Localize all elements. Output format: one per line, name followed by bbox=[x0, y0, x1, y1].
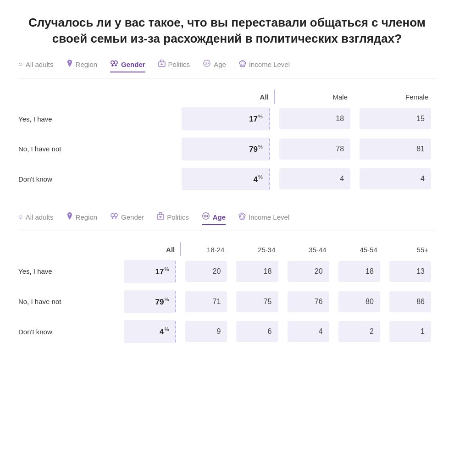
gender-row1-female: 15 bbox=[355, 104, 436, 134]
svg-point-0 bbox=[111, 61, 114, 64]
gender-icon-2 bbox=[110, 212, 118, 221]
svg-point-1 bbox=[114, 61, 117, 64]
age-col-label-header bbox=[18, 242, 119, 256]
gender-section: ○ All adults Region Gender Politics 18+ bbox=[18, 60, 436, 194]
age-section: ○ All adults Region Gender Politics 18+ bbox=[18, 212, 436, 347]
gender-col-female-header: Female bbox=[355, 89, 436, 104]
age-row2-35-44: 76 bbox=[283, 287, 334, 317]
gender-row3-all: 4% bbox=[177, 164, 274, 194]
age-row1-18-24: 20 bbox=[181, 256, 232, 287]
age-row3-all: 4% bbox=[119, 316, 181, 347]
gender-row1-male: 18 bbox=[275, 104, 355, 134]
divider-1 bbox=[18, 78, 436, 78]
svg-marker-17 bbox=[240, 214, 244, 218]
gender-row2-female: 81 bbox=[355, 134, 436, 164]
age-tab-bar: ○ All adults Region Gender Politics 18+ bbox=[18, 212, 436, 225]
tab-all-adults-1[interactable]: ○ All adults bbox=[18, 60, 54, 72]
age-row3-label: Don't know bbox=[18, 316, 119, 347]
tab-age-label-2: Age bbox=[213, 213, 226, 221]
svg-point-9 bbox=[111, 214, 114, 217]
age-icon-2: 18+ bbox=[202, 212, 210, 221]
svg-marker-8 bbox=[241, 61, 244, 66]
table-row: Yes, I have 17% 18 15 bbox=[18, 104, 436, 134]
table-row: Yes, I have 17% 20 18 20 18 13 bbox=[18, 256, 436, 287]
tab-politics-2[interactable]: Politics bbox=[157, 212, 189, 225]
svg-text:18+: 18+ bbox=[205, 62, 210, 65]
tab-politics-label-2: Politics bbox=[167, 213, 189, 221]
gender-row2-label: No, I have not bbox=[18, 134, 177, 164]
divider-2 bbox=[18, 231, 436, 231]
tab-all-adults-2[interactable]: ○ All adults bbox=[18, 213, 54, 225]
age-row1-45-54: 18 bbox=[334, 256, 385, 287]
age-row2-all: 79% bbox=[119, 287, 181, 317]
tab-age-2[interactable]: 18+ Age bbox=[202, 212, 226, 225]
age-col-35-44-header: 35-44 bbox=[283, 242, 334, 256]
gender-col-male-header: Male bbox=[275, 89, 355, 104]
gender-icon-1 bbox=[110, 60, 118, 69]
tab-region-2[interactable]: Region bbox=[66, 212, 98, 225]
age-row1-35-44: 20 bbox=[283, 256, 334, 287]
age-row2-45-54: 80 bbox=[334, 287, 385, 317]
age-row1-25-34: 18 bbox=[232, 256, 282, 287]
age-row3-25-34: 6 bbox=[232, 316, 282, 347]
age-table: All 18-24 25-34 35-44 45-54 55+ Yes, I h… bbox=[18, 242, 436, 347]
tab-gender-label-1: Gender bbox=[121, 61, 145, 68]
table-row: No, I have not 79% 78 81 bbox=[18, 134, 436, 164]
age-row2-55plus: 86 bbox=[385, 287, 436, 317]
gender-row1-label: Yes, I have bbox=[18, 104, 177, 134]
table-row: No, I have not 79% 71 75 76 80 86 bbox=[18, 287, 436, 317]
tab-income-label-1: Income Level bbox=[249, 61, 290, 68]
question-title: Случалось ли у вас такое, что вы переста… bbox=[21, 15, 433, 47]
svg-text:18+: 18+ bbox=[203, 215, 208, 218]
gender-col-label-header bbox=[18, 89, 177, 104]
age-col-45-54-header: 45-54 bbox=[334, 242, 385, 256]
gender-row1-all: 17% bbox=[177, 104, 274, 134]
gender-row2-male: 78 bbox=[275, 134, 355, 164]
table-row: Don't know 4% 4 4 bbox=[18, 164, 436, 194]
income-icon-2 bbox=[238, 212, 246, 221]
tab-age-1[interactable]: 18+ Age bbox=[203, 60, 226, 72]
age-col-25-34-header: 25-34 bbox=[232, 242, 282, 256]
gender-row3-female: 4 bbox=[355, 164, 436, 194]
region-icon-1 bbox=[66, 60, 73, 69]
age-row3-35-44: 4 bbox=[283, 316, 334, 347]
tab-gender-2[interactable]: Gender bbox=[110, 212, 144, 225]
age-col-55plus-header: 55+ bbox=[385, 242, 436, 256]
age-col-all-header: All bbox=[119, 242, 181, 256]
gender-tab-bar: ○ All adults Region Gender Politics 18+ bbox=[18, 60, 436, 72]
gender-row3-male: 4 bbox=[275, 164, 355, 194]
age-row1-all: 17% bbox=[119, 256, 181, 287]
tab-income-2[interactable]: Income Level bbox=[238, 212, 289, 225]
age-row2-label: No, I have not bbox=[18, 287, 119, 317]
table-row: Don't know 4% 9 6 4 2 1 bbox=[18, 316, 436, 347]
tab-income-1[interactable]: Income Level bbox=[239, 60, 290, 72]
all-adults-icon-2: ○ bbox=[18, 213, 23, 221]
income-icon-1 bbox=[239, 60, 246, 69]
age-row1-55plus: 13 bbox=[385, 256, 436, 287]
tab-politics-1[interactable]: Politics bbox=[158, 60, 190, 72]
tab-all-adults-label-1: All adults bbox=[26, 61, 54, 68]
tab-gender-1[interactable]: Gender bbox=[110, 60, 145, 72]
age-row3-45-54: 2 bbox=[334, 316, 385, 347]
gender-col-all-header: All bbox=[177, 89, 274, 104]
gender-table: All Male Female Yes, I have 17% 18 15 No… bbox=[18, 89, 436, 194]
svg-point-10 bbox=[114, 214, 117, 217]
gender-row3-label: Don't know bbox=[18, 164, 177, 194]
region-icon-2 bbox=[66, 212, 73, 221]
tab-age-label-1: Age bbox=[214, 61, 226, 68]
age-row2-25-34: 75 bbox=[232, 287, 282, 317]
politics-icon-2 bbox=[157, 212, 164, 221]
age-row3-18-24: 9 bbox=[181, 316, 232, 347]
age-row2-18-24: 71 bbox=[181, 287, 232, 317]
tab-gender-label-2: Gender bbox=[121, 213, 144, 221]
age-col-18-24-header: 18-24 bbox=[181, 242, 232, 256]
tab-region-label-2: Region bbox=[76, 213, 98, 221]
tab-region-label-1: Region bbox=[76, 61, 98, 68]
tab-all-adults-label-2: All adults bbox=[26, 213, 54, 221]
tab-income-label-2: Income Level bbox=[249, 213, 289, 221]
gender-row2-all: 79% bbox=[177, 134, 274, 164]
all-adults-icon-1: ○ bbox=[18, 60, 23, 68]
tab-politics-label-1: Politics bbox=[168, 61, 190, 68]
politics-icon-1 bbox=[158, 60, 166, 69]
tab-region-1[interactable]: Region bbox=[66, 60, 98, 72]
